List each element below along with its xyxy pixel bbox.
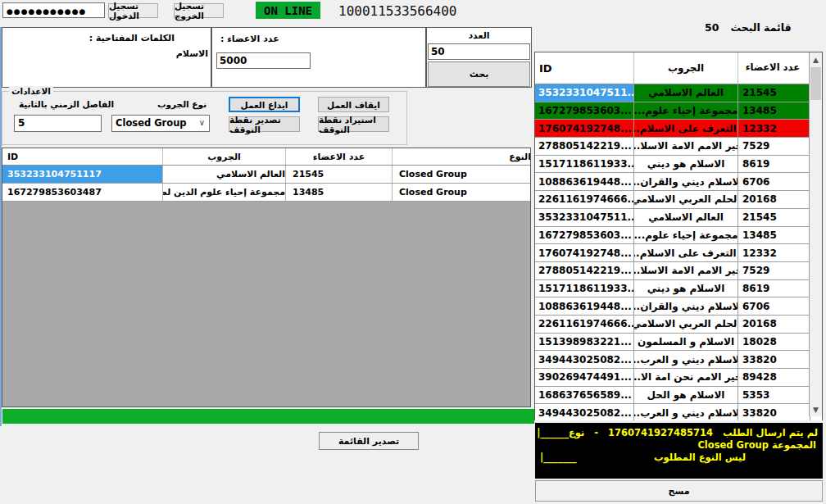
cell-group[interactable]: خير الامم الامة الاسلا... (634, 138, 738, 155)
cell-members[interactable]: 21545 (738, 209, 810, 226)
keywords-value[interactable]: الاسلام (176, 48, 208, 59)
logout-button[interactable]: تسجيل الخروج (174, 3, 224, 18)
header-group[interactable]: الجروب (163, 148, 286, 165)
list-row[interactable]: 168637656589...الاسلام هو الحل5353 (535, 387, 810, 405)
cell-group[interactable]: الحلم العربي الاسلامي (634, 191, 738, 208)
cell-group[interactable]: العالم الاسلامي (634, 84, 738, 102)
cell-members[interactable]: 12332 (738, 244, 810, 261)
list-row[interactable]: 1517118611933...الاسلام هو ديني8619 (535, 156, 810, 174)
cell-members[interactable]: 13485 (738, 227, 810, 244)
cell-members[interactable]: 6706 (738, 297, 810, 315)
cell-members[interactable]: 20168 (738, 191, 810, 208)
cell-group[interactable]: الاسلام هو الحل (634, 387, 738, 404)
cell-members[interactable]: 18028 (738, 334, 810, 351)
list-row[interactable]: 176074192748...ا التعرف على الاسلام...12… (535, 120, 810, 138)
cell-group[interactable]: ا التعرف على الاسلام... (634, 120, 738, 137)
header-id[interactable]: ID (2, 148, 163, 165)
stop-work-button[interactable]: ايقاف العمل (318, 97, 389, 112)
list-row[interactable]: 390269474491...خير الامم نحن امة الا...8… (535, 369, 810, 387)
cell-members[interactable]: 8619 (738, 156, 810, 173)
cell-id[interactable]: 176074192748... (535, 244, 634, 261)
list-row[interactable]: 3532331047511...العالم الاسلامي21545 (535, 209, 810, 227)
cell-members[interactable]: 21545 (738, 84, 810, 102)
cell-group[interactable]: الاسلام ديني والقران... (634, 173, 738, 190)
list-row[interactable]: 1517118611933...الاسلام هو ديني8619 (535, 280, 810, 298)
cell-members[interactable]: 33820 (738, 351, 810, 368)
list-row[interactable]: 3532331047511...العالم الاسلامي21545 (535, 84, 810, 102)
list-row[interactable]: 151398983221...الاسلام و المسلمون18028 (535, 334, 810, 352)
list-row[interactable]: 108863619448...الاسلام ديني والقران...67… (535, 173, 810, 191)
list-row[interactable]: 167279853603...مجموعة إحياء علوم...13485 (535, 102, 810, 120)
cell-id[interactable]: 278805142219... (535, 262, 634, 279)
cell-id[interactable]: 167279853603... (535, 102, 634, 120)
scrollbar[interactable]: ▲ ▼ (809, 52, 822, 416)
import-checkpoint-button[interactable]: استيراد نقطة التوقف (318, 116, 389, 132)
cell-id[interactable]: 108863619448... (535, 173, 634, 190)
header-id[interactable]: ID (535, 52, 634, 84)
cell-id[interactable]: 176074192748... (535, 120, 634, 137)
cell-id[interactable]: 349443025082... (535, 404, 634, 420)
cell-members[interactable]: 8619 (738, 280, 810, 297)
cell-group[interactable]: الاسلام هو ديني (634, 280, 738, 297)
cell-group[interactable]: خير الامم الامة الاسلا... (634, 262, 738, 279)
list-row[interactable]: 278805142219...خير الامم الامة الاسلا...… (535, 138, 810, 156)
cell-id[interactable]: 167279853603487 (2, 184, 163, 201)
export-list-button[interactable]: تصدير القائمة (319, 432, 419, 450)
cell-type[interactable]: Closed Group (393, 166, 531, 183)
password-input[interactable]: ●●●●●●●●●●● (2, 2, 105, 18)
cell-members[interactable]: 89428 (738, 369, 810, 386)
cell-id[interactable]: 1517118611933... (535, 280, 634, 297)
clear-log-button[interactable]: مسح (535, 480, 823, 502)
scrollbar-thumb[interactable] (810, 67, 821, 100)
start-work-button[interactable]: ايداع العمل (229, 97, 300, 112)
list-row[interactable]: 2261161974666...الحلم العربي الاسلامي201… (535, 191, 810, 209)
cell-group[interactable]: الاسلام ديني والقران... (634, 297, 738, 315)
list-row[interactable]: 176074192748...ا التعرف على الاسلام...12… (535, 244, 810, 262)
cell-id[interactable]: 349443025082... (535, 351, 634, 368)
cell-id[interactable]: 108863619448... (535, 297, 634, 315)
cell-type[interactable]: Closed Group (393, 184, 531, 201)
login-button[interactable]: تسجيل الدخول (108, 3, 158, 18)
cell-id[interactable]: 3532331047511... (535, 209, 634, 226)
cell-group[interactable]: العالم الاسلامي (163, 166, 286, 183)
table-row[interactable]: 353233104751117العالم الاسلامي21545Close… (2, 166, 530, 184)
cell-members[interactable]: 7529 (738, 262, 810, 279)
cell-members[interactable]: 21545 (286, 166, 393, 183)
count-input[interactable]: 50 (428, 43, 530, 60)
cell-members[interactable]: 7529 (738, 138, 810, 155)
list-row[interactable]: 349443025082...الاسلام ديني و العرب...33… (535, 351, 810, 369)
cell-id[interactable]: 2261161974666... (535, 191, 634, 208)
cell-group[interactable]: مجموعة إحياء علوم الدين لطلبة جامعة ا... (163, 184, 286, 201)
scroll-up-icon[interactable]: ▲ (810, 52, 822, 66)
cell-members[interactable]: 6706 (738, 173, 810, 190)
header-group[interactable]: الجروب (634, 52, 738, 84)
cell-members[interactable]: 5353 (738, 387, 810, 404)
cell-group[interactable]: مجموعة إحياء علوم... (634, 227, 738, 244)
interval-input[interactable]: 5 (14, 115, 102, 132)
export-checkpoint-button[interactable]: تصدير نقطة التوقف (229, 116, 300, 132)
cell-id[interactable]: 278805142219... (535, 138, 634, 155)
cell-group[interactable]: العالم الاسلامي (634, 209, 738, 226)
cell-group[interactable]: الحلم العربي الاسلامي (634, 316, 738, 333)
cell-id[interactable]: 167279853603... (535, 227, 634, 244)
cell-group[interactable]: الاسلام و المسلمون (634, 334, 738, 351)
list-row[interactable]: 2261161974666...الحلم العربي الاسلامي201… (535, 316, 810, 334)
cell-group[interactable]: الاسلام هو ديني (634, 156, 738, 173)
cell-id[interactable]: 353233104751117 (2, 166, 163, 183)
cell-id[interactable]: 2261161974666... (535, 316, 634, 333)
list-row[interactable]: 167279853603...مجموعة إحياء علوم...13485 (535, 227, 810, 245)
header-type[interactable]: النوع (393, 148, 531, 165)
scroll-down-icon[interactable]: ▼ (810, 402, 822, 416)
list-row[interactable]: 278805142219...خير الامم الامة الاسلا...… (535, 262, 810, 280)
cell-id[interactable]: 1517118611933... (535, 156, 634, 173)
members-input[interactable]: 5000 (216, 52, 311, 69)
list-row[interactable]: 108863619448...الاسلام ديني والقران...67… (535, 297, 810, 316)
cell-id[interactable]: 3532331047511... (535, 84, 634, 102)
cell-group[interactable]: ا التعرف على الاسلام... (634, 244, 738, 261)
cell-members[interactable]: 20168 (738, 316, 810, 333)
cell-id[interactable]: 390269474491... (535, 369, 634, 386)
cell-members[interactable]: 12332 (738, 120, 810, 137)
cell-group[interactable]: الاسلام ديني و العرب... (634, 404, 738, 420)
cell-members[interactable]: 33820 (738, 404, 810, 420)
cell-members[interactable]: 13485 (286, 184, 393, 201)
